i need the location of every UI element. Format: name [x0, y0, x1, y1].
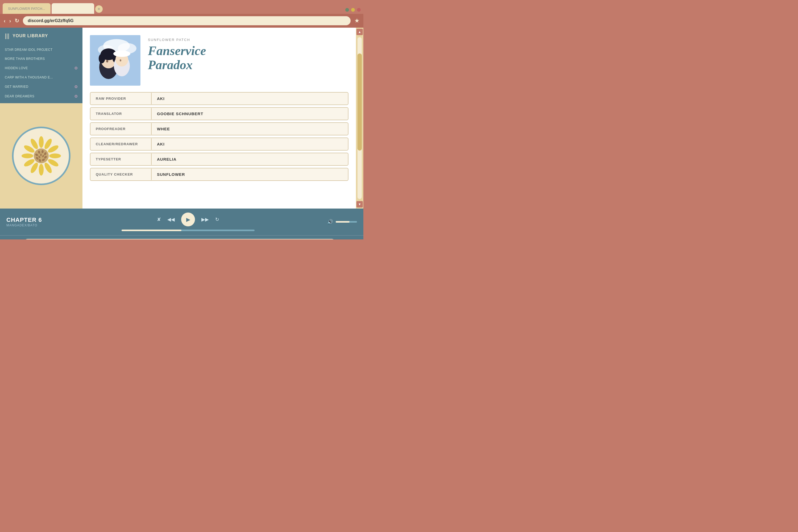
- svg-rect-36: [118, 51, 126, 55]
- list-item[interactable]: CARP WITH A THOUSAND E...: [0, 73, 82, 82]
- credit-row-proofreader: PROOFREADER WHEE: [90, 122, 348, 135]
- scroll-track[interactable]: [358, 37, 362, 199]
- volume-icon: 🔊: [327, 219, 333, 225]
- scrollbar: ▲ ▼: [356, 28, 363, 209]
- list-item[interactable]: DEAR DREAMERS ❂: [0, 92, 82, 101]
- credit-row-cleaner: CLEANER/REDRAWER AKI: [90, 137, 348, 151]
- repeat-button[interactable]: ↻: [215, 217, 219, 222]
- player-controls: ✘ ◀◀ ▶ ▶▶ ↻: [54, 212, 322, 231]
- progress-fill: [121, 230, 182, 231]
- list-item[interactable]: MORE THAN BROTHERS: [0, 54, 82, 63]
- list-item[interactable]: STAR DREAM IDOL PROJECT: [0, 45, 82, 54]
- next-button[interactable]: ▶▶: [201, 217, 209, 222]
- minimize-button[interactable]: [345, 8, 349, 12]
- sunflower-circle: [12, 127, 71, 185]
- reload-button[interactable]: ↻: [15, 18, 19, 23]
- volume-fill: [336, 221, 349, 223]
- credit-value-cleaner: AKI: [152, 138, 170, 150]
- window-controls: [345, 8, 361, 14]
- credit-row-typesetter: TYPESETTER AURELIA: [90, 153, 348, 166]
- list-item[interactable]: HIDDEN LOVE ❂: [0, 63, 82, 73]
- list-item-label: CARP WITH A THOUSAND E...: [5, 76, 53, 79]
- svg-point-6: [39, 164, 44, 175]
- address-bar-row: ‹ › ↻ ★: [0, 14, 363, 28]
- manga-header: SUNFLOWER PATCH Fanservice Paradox: [90, 35, 348, 86]
- play-button[interactable]: ▶: [181, 212, 195, 226]
- credits-table: RAW PROVIDER AKI TRANSLATOR GOOBIE SCHNU…: [90, 92, 348, 181]
- credit-label-cleaner: CLEANER/REDRAWER: [91, 138, 152, 150]
- credit-value-qc: SUNFLOWER: [152, 168, 190, 180]
- forward-button[interactable]: ›: [9, 18, 11, 23]
- list-item-label: STAR DREAM IDOL PROJECT: [5, 48, 53, 52]
- sunflower-svg: [20, 135, 62, 177]
- svg-point-9: [22, 153, 33, 158]
- credit-label-qc: QUALITY CHECKER: [91, 169, 152, 180]
- tab-active[interactable]: [52, 3, 94, 14]
- sidebar-logo: [0, 103, 82, 209]
- back-button[interactable]: ‹: [4, 18, 5, 23]
- sidebar-title: YOUR LIBRARY: [13, 34, 48, 38]
- prev-button[interactable]: ◀◀: [167, 217, 175, 222]
- list-item[interactable]: GET MARRIED ❂: [0, 82, 82, 92]
- svg-point-0: [39, 136, 44, 148]
- manga-title: Fanservice Paradox: [148, 44, 348, 72]
- bottom-bar: ☰ 🔍 MAKE SURE TO SUPPORT THE ORIGINAL AR…: [0, 235, 363, 240]
- list-item-label: DEAR DREAMERS: [5, 94, 34, 98]
- close-button[interactable]: [357, 8, 361, 12]
- scroll-down-button[interactable]: ▼: [357, 201, 363, 208]
- controls-row: ✘ ◀◀ ▶ ▶▶ ↻: [157, 212, 219, 226]
- manga-title-line2: Paradox: [148, 58, 193, 72]
- main-layout: ||| YOUR LIBRARY STAR DREAM IDOL PROJECT…: [0, 28, 363, 209]
- scroll-up-button[interactable]: ▲: [357, 29, 363, 35]
- library-icon: |||: [5, 33, 9, 39]
- credit-value-typesetter: AURELIA: [152, 153, 182, 165]
- svg-point-3: [49, 153, 61, 158]
- credit-label-raw: RAW PROVIDER: [91, 93, 152, 104]
- favorite-icon: ❂: [75, 94, 78, 98]
- list-item-label: HIDDEN LOVE: [5, 66, 28, 70]
- shuffle-button[interactable]: ✘: [157, 217, 161, 222]
- credit-value-proofreader: WHEE: [152, 123, 175, 135]
- credit-label-typesetter: TYPESETTER: [91, 153, 152, 165]
- progress-bar[interactable]: [121, 230, 254, 231]
- credit-value-translator: GOOBIE SCHNUBERT: [152, 108, 209, 120]
- chapter-source: MANGADEX/BATO: [6, 224, 49, 227]
- sidebar-list: STAR DREAM IDOL PROJECT MORE THAN BROTHE…: [0, 43, 82, 103]
- manga-cover: [90, 35, 140, 86]
- sidebar: ||| YOUR LIBRARY STAR DREAM IDOL PROJECT…: [0, 28, 82, 209]
- manga-title-line1: Fanservice: [148, 44, 206, 58]
- volume-bar[interactable]: [336, 221, 357, 223]
- sidebar-header: ||| YOUR LIBRARY: [0, 28, 82, 43]
- favorite-icon: ❂: [75, 66, 78, 70]
- player-bar: CHAPTER 6 MANGADEX/BATO ✘ ◀◀ ▶ ▶▶ ↻ 🔊: [0, 209, 363, 235]
- credit-value-raw: AKI: [152, 93, 170, 104]
- credit-label-proofreader: PROOFREADER: [91, 123, 152, 135]
- maximize-button[interactable]: [351, 8, 355, 12]
- favorite-icon: ❂: [75, 84, 78, 89]
- progress-bar-container: [121, 230, 254, 231]
- svg-point-31: [99, 54, 105, 63]
- cover-illustration: [90, 35, 140, 86]
- svg-point-37: [106, 60, 108, 62]
- list-item-label: MORE THAN BROTHERS: [5, 57, 45, 61]
- manga-info: SUNFLOWER PATCH Fanservice Paradox: [148, 35, 348, 72]
- svg-point-38: [120, 59, 121, 61]
- credit-label-translator: TRANSLATOR: [91, 108, 152, 119]
- bookmark-star-icon[interactable]: ★: [354, 17, 360, 24]
- content-area: SUNFLOWER PATCH Fanservice Paradox RAW P…: [82, 28, 356, 209]
- volume-section: 🔊: [327, 219, 357, 225]
- address-input[interactable]: [23, 16, 350, 25]
- chapter-info: CHAPTER 6 MANGADEX/BATO: [6, 216, 49, 227]
- tab-inactive[interactable]: SUNFLOWER PATCH...: [3, 3, 51, 14]
- scroll-thumb[interactable]: [358, 54, 362, 151]
- bottom-notice: MAKE SURE TO SUPPORT THE ORIGINAL ARTIST…: [24, 239, 336, 240]
- new-tab-button[interactable]: +: [95, 5, 103, 13]
- manga-group: SUNFLOWER PATCH: [148, 38, 348, 42]
- tab-label: SUNFLOWER PATCH...: [8, 7, 45, 11]
- credit-row-qc: QUALITY CHECKER SUNFLOWER: [90, 168, 348, 181]
- credit-row-translator: TRANSLATOR GOOBIE SCHNUBERT: [90, 107, 348, 120]
- browser-chrome: SUNFLOWER PATCH... + ‹ › ↻ ★: [0, 0, 363, 28]
- tab-bar: SUNFLOWER PATCH... +: [0, 0, 363, 14]
- credit-row-raw: RAW PROVIDER AKI: [90, 92, 348, 105]
- chapter-title: CHAPTER 6: [6, 216, 49, 224]
